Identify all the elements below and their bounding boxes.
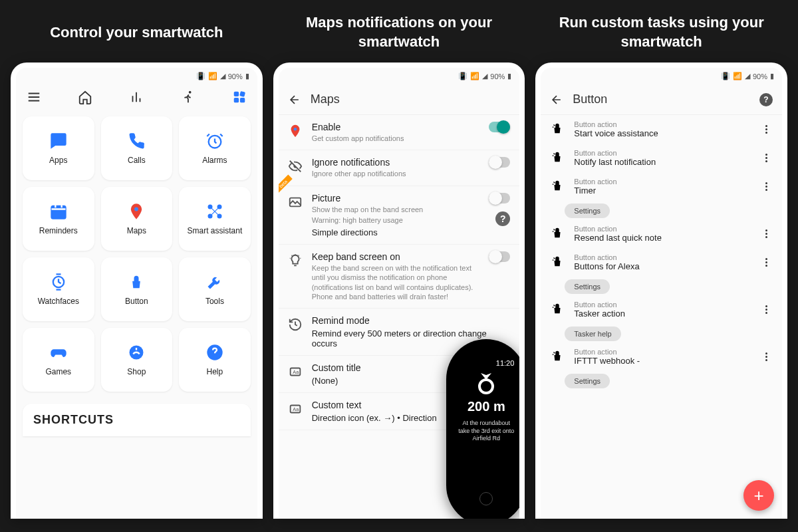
- chip-button[interactable]: Tasker help: [565, 327, 620, 341]
- home-icon[interactable]: [78, 90, 92, 104]
- more-icon[interactable]: [759, 352, 773, 361]
- tap-icon: [550, 225, 565, 243]
- more-icon[interactable]: [759, 154, 773, 162]
- svg-point-21: [479, 380, 493, 393]
- setting-ignore[interactable]: Ignore notificationsIgnore other app not…: [279, 150, 520, 186]
- tile-watchfaces[interactable]: Watchfaces: [23, 257, 94, 321]
- screen-title: Button: [573, 92, 750, 106]
- tap-icon: [550, 121, 565, 138]
- setting-keep[interactable]: Keep band screen onKeep the band screen …: [279, 245, 520, 309]
- action-row[interactable]: Button action Timer: [541, 172, 782, 201]
- chip-button[interactable]: Settings: [565, 374, 610, 388]
- tile-apps[interactable]: Apps: [23, 116, 94, 180]
- action-row[interactable]: Button action Buttons for Alexa: [541, 248, 782, 277]
- help-icon[interactable]: ?: [759, 93, 773, 106]
- direction-icon: [473, 370, 499, 396]
- tile-grid: Apps Calls Alarms Reminders Maps Smart a…: [16, 110, 257, 398]
- header: Maps: [279, 84, 520, 115]
- tile-tools[interactable]: Tools: [179, 257, 251, 321]
- apps-icon[interactable]: [232, 90, 247, 104]
- eye-off-icon: [288, 159, 303, 174]
- panel-control: Control your smartwatch 📳 📶 ◢ 90% ▮ Apps…: [11, 13, 263, 519]
- smartband-overlay: 11:20 200 m At the roundabout take the 3…: [446, 339, 525, 519]
- svg-rect-2: [239, 91, 245, 97]
- panel-title-2: Maps notifications on your smartwatch: [273, 13, 525, 52]
- signal-icon: ◢: [220, 72, 225, 80]
- screen-title: Maps: [311, 92, 511, 106]
- svg-rect-6: [51, 206, 65, 219]
- statusbar: 📳 📶 ◢ 90% ▮: [16, 68, 257, 84]
- image-icon: [288, 195, 303, 209]
- action-row[interactable]: Button action Notify last notification: [541, 144, 782, 172]
- menu-icon[interactable]: [27, 90, 41, 104]
- bulb-icon: [288, 253, 303, 268]
- vibrate-icon: 📳: [196, 72, 205, 80]
- statusbar: 📳📶◢ 90%▮: [279, 68, 520, 84]
- tile-alarms[interactable]: Alarms: [179, 116, 251, 180]
- svg-rect-1: [233, 92, 238, 96]
- action-row[interactable]: Button action Start voice assistance: [541, 115, 782, 144]
- statusbar: 📳📶◢ 90%▮: [541, 68, 782, 84]
- wifi-icon: 📶: [208, 72, 217, 80]
- setting-enable[interactable]: EnableGet custom app notifications: [279, 115, 520, 150]
- phone-1: 📳 📶 ◢ 90% ▮ Apps Calls Alarms Reminders …: [11, 63, 263, 519]
- tile-games[interactable]: Games: [23, 328, 94, 392]
- running-icon[interactable]: [180, 90, 195, 104]
- svg-text:Aa: Aa: [293, 406, 299, 412]
- shortcuts-header: SHORTCUTS: [23, 404, 251, 436]
- panel-title-1: Control your smartwatch: [11, 13, 263, 52]
- tap-icon: [550, 301, 565, 319]
- tile-assistant[interactable]: Smart assistant: [179, 187, 251, 251]
- svg-rect-3: [233, 98, 238, 102]
- setting-picture[interactable]: beta PictureShow the map on the band scr…: [279, 186, 520, 245]
- svg-text:Aa: Aa: [293, 369, 299, 375]
- more-icon[interactable]: [759, 182, 773, 191]
- tile-reminders[interactable]: Reminders: [23, 187, 94, 251]
- toggle-enable[interactable]: [489, 122, 510, 132]
- more-icon[interactable]: [759, 229, 773, 238]
- phone-2: 📳📶◢ 90%▮ Maps EnableGet custom app notif…: [273, 63, 525, 519]
- action-row[interactable]: Button action Resend last quick note: [541, 219, 782, 248]
- panel-button: Run custom tasks using your smartwatch 📳…: [535, 13, 787, 519]
- history-icon: [288, 317, 303, 332]
- svg-point-7: [134, 207, 138, 211]
- more-icon[interactable]: [759, 305, 773, 314]
- text-icon: Aa: [288, 364, 303, 379]
- tile-help[interactable]: Help: [179, 328, 251, 392]
- more-icon[interactable]: [759, 258, 773, 267]
- toggle-keep[interactable]: [489, 251, 510, 262]
- toggle-ignore[interactable]: [489, 157, 510, 168]
- stats-icon[interactable]: [129, 90, 144, 104]
- band-home-icon: [479, 492, 493, 505]
- svg-rect-4: [240, 98, 245, 102]
- action-row[interactable]: Button action IFTTT webhook -: [541, 342, 782, 371]
- toggle-picture[interactable]: [489, 193, 510, 203]
- tap-icon: [550, 178, 565, 196]
- back-icon[interactable]: [288, 93, 301, 106]
- text-icon: Aa: [288, 402, 303, 416]
- tile-shop[interactable]: Shop: [101, 328, 173, 392]
- fab-add[interactable]: +: [743, 480, 774, 511]
- topnav: [16, 84, 257, 110]
- action-row[interactable]: Button action Tasker action: [541, 295, 782, 324]
- tap-icon: [550, 348, 565, 366]
- battery-icon: ▮: [245, 72, 249, 80]
- tap-icon: [550, 150, 565, 167]
- more-icon[interactable]: [759, 125, 773, 134]
- panel-title-3: Run custom tasks using your smartwatch: [535, 13, 787, 52]
- tile-button[interactable]: Button: [101, 257, 173, 321]
- svg-point-15: [293, 128, 297, 131]
- header: Button ?: [541, 84, 782, 115]
- tap-icon: [550, 254, 565, 271]
- panel-maps: Maps notifications on your smartwatch 📳📶…: [273, 13, 525, 519]
- phone-3: 📳📶◢ 90%▮ Button ? Button action Start vo…: [535, 63, 787, 519]
- back-icon[interactable]: [550, 93, 563, 106]
- help-icon[interactable]: ?: [495, 211, 510, 226]
- tile-maps[interactable]: Maps: [101, 187, 173, 251]
- maps-pin-icon: [288, 124, 303, 138]
- chip-button[interactable]: Settings: [565, 203, 610, 218]
- tile-calls[interactable]: Calls: [101, 116, 173, 180]
- chip-button[interactable]: Settings: [565, 279, 610, 294]
- svg-point-0: [189, 91, 192, 94]
